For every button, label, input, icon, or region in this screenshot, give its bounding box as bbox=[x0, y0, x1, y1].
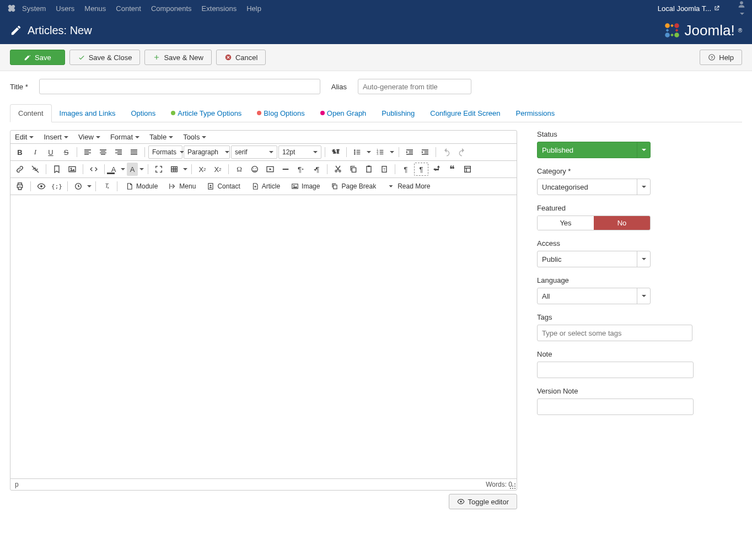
tab-options[interactable]: Options bbox=[123, 104, 163, 122]
featured-yes-button[interactable]: Yes bbox=[538, 216, 594, 230]
editor-menu-table[interactable]: Table bbox=[149, 133, 173, 141]
table-caret[interactable] bbox=[182, 163, 188, 176]
special-char-button[interactable]: Ω bbox=[232, 163, 246, 176]
formats-select[interactable]: Formats bbox=[148, 146, 182, 159]
nonbreaking-button[interactable] bbox=[429, 163, 444, 176]
insert-pagebreak-button[interactable]: Page Break bbox=[326, 180, 381, 193]
nav-menus[interactable]: Menus bbox=[84, 4, 106, 13]
editor-content-area[interactable] bbox=[10, 195, 517, 478]
help-button[interactable]: ? Help bbox=[700, 50, 742, 65]
version-note-input[interactable] bbox=[537, 399, 694, 415]
insert-article-button[interactable]: Article bbox=[246, 180, 285, 193]
insert-date-caret[interactable] bbox=[87, 180, 92, 193]
ltr-button[interactable]: ¶‣ bbox=[294, 163, 308, 176]
nav-system[interactable]: System bbox=[22, 4, 46, 13]
print-button[interactable] bbox=[13, 180, 27, 193]
status-select[interactable]: Published bbox=[537, 142, 651, 158]
paste-button[interactable] bbox=[362, 163, 376, 176]
toggle-editor-button[interactable]: Toggle editor bbox=[449, 494, 517, 509]
media-button[interactable] bbox=[263, 163, 277, 176]
link-button[interactable] bbox=[13, 163, 27, 176]
insert-image-button[interactable]: Image bbox=[286, 180, 325, 193]
align-justify-button[interactable] bbox=[127, 146, 141, 159]
block-format-select[interactable]: Paragraph bbox=[184, 146, 230, 159]
tab-blog-options[interactable]: Blog Options bbox=[249, 104, 312, 122]
anchor-button[interactable] bbox=[50, 163, 64, 176]
copy-button[interactable] bbox=[346, 163, 361, 176]
tab-open-graph[interactable]: Open Graph bbox=[313, 104, 374, 122]
save-close-button[interactable]: Save & Close bbox=[69, 50, 141, 65]
italic-button[interactable]: I bbox=[28, 146, 42, 159]
editor-menu-tools[interactable]: Tools bbox=[183, 133, 206, 141]
underline-button[interactable]: U bbox=[44, 146, 58, 159]
editor-menu-view[interactable]: View bbox=[78, 133, 100, 141]
insert-readmore-button[interactable]: Read More bbox=[382, 180, 435, 193]
user-menu[interactable] bbox=[738, 1, 745, 17]
outdent-button[interactable] bbox=[402, 146, 417, 159]
note-input[interactable] bbox=[537, 362, 694, 378]
nav-content[interactable]: Content bbox=[116, 4, 141, 13]
hr-button[interactable] bbox=[278, 163, 293, 176]
save-new-button[interactable]: Save & New bbox=[144, 50, 212, 65]
nav-components[interactable]: Components bbox=[151, 4, 192, 13]
visual-blocks-button[interactable]: ¶ bbox=[414, 163, 428, 176]
image-button[interactable] bbox=[65, 163, 79, 176]
indent-button[interactable] bbox=[418, 146, 432, 159]
tab-article-type-options[interactable]: Article Type Options bbox=[163, 104, 249, 122]
rtl-button[interactable]: ◂¶ bbox=[309, 163, 324, 176]
tags-input[interactable] bbox=[537, 325, 692, 341]
blockquote-button[interactable]: ❝ bbox=[445, 163, 459, 176]
site-link[interactable]: Local Joomla T... bbox=[658, 4, 720, 13]
category-select[interactable]: Uncategorised bbox=[537, 179, 651, 195]
insert-menu-button[interactable]: Menu bbox=[164, 180, 201, 193]
align-left-button[interactable] bbox=[80, 146, 95, 159]
save-button[interactable]: Save bbox=[10, 50, 65, 65]
language-select[interactable]: All bbox=[537, 288, 651, 304]
undo-button[interactable] bbox=[439, 146, 454, 159]
editor-menu-format[interactable]: Format bbox=[110, 133, 139, 141]
cut-button[interactable] bbox=[331, 163, 345, 176]
access-select[interactable]: Public bbox=[537, 251, 651, 267]
tab-images-links[interactable]: Images and Links bbox=[52, 104, 123, 122]
find-replace-button[interactable] bbox=[329, 146, 343, 159]
text-color-button[interactable]: A bbox=[108, 163, 119, 176]
bold-button[interactable]: B bbox=[13, 146, 27, 159]
align-center-button[interactable] bbox=[96, 146, 110, 159]
superscript-button[interactable]: X2 bbox=[211, 163, 225, 176]
bullet-list-button[interactable] bbox=[350, 146, 364, 159]
redo-button[interactable] bbox=[455, 146, 469, 159]
numbered-list-button[interactable]: 1.2.3. bbox=[373, 146, 388, 159]
nav-help[interactable]: Help bbox=[246, 4, 261, 13]
resize-grip-icon[interactable] bbox=[510, 483, 515, 489]
template-button[interactable] bbox=[460, 163, 475, 176]
tab-configure-edit[interactable]: Configure Edit Screen bbox=[422, 104, 508, 122]
nav-users[interactable]: Users bbox=[56, 4, 74, 13]
fullscreen-button[interactable] bbox=[152, 163, 166, 176]
visual-chars-button[interactable]: ¶ bbox=[399, 163, 413, 176]
tab-publishing[interactable]: Publishing bbox=[374, 104, 422, 122]
unlink-button[interactable] bbox=[28, 163, 42, 176]
cancel-button[interactable]: Cancel bbox=[216, 50, 266, 65]
subscript-button[interactable]: X2 bbox=[195, 163, 210, 176]
back-color-button[interactable]: A bbox=[127, 163, 138, 176]
code-sample-button[interactable]: {;} bbox=[50, 180, 64, 193]
editor-menu-insert[interactable]: Insert bbox=[44, 133, 68, 141]
insert-contact-button[interactable]: Contact bbox=[202, 180, 245, 193]
paste-text-button[interactable]: T bbox=[377, 163, 391, 176]
editor-path[interactable]: p bbox=[15, 481, 19, 488]
tab-permissions[interactable]: Permissions bbox=[508, 104, 563, 122]
tab-content[interactable]: Content bbox=[10, 104, 52, 122]
text-color-caret[interactable] bbox=[120, 163, 126, 176]
back-color-caret[interactable] bbox=[139, 163, 144, 176]
source-code-button[interactable] bbox=[87, 163, 101, 176]
insert-date-button[interactable] bbox=[71, 180, 85, 193]
featured-no-button[interactable]: No bbox=[594, 216, 650, 230]
bullet-list-caret[interactable] bbox=[366, 146, 372, 159]
alias-input[interactable] bbox=[358, 79, 471, 94]
title-input[interactable] bbox=[39, 79, 320, 94]
preview-button[interactable] bbox=[34, 180, 49, 193]
editor-menu-edit[interactable]: Edit bbox=[15, 133, 34, 141]
align-right-button[interactable] bbox=[111, 146, 126, 159]
insert-module-button[interactable]: Module bbox=[121, 180, 163, 193]
table-button[interactable] bbox=[167, 163, 181, 176]
